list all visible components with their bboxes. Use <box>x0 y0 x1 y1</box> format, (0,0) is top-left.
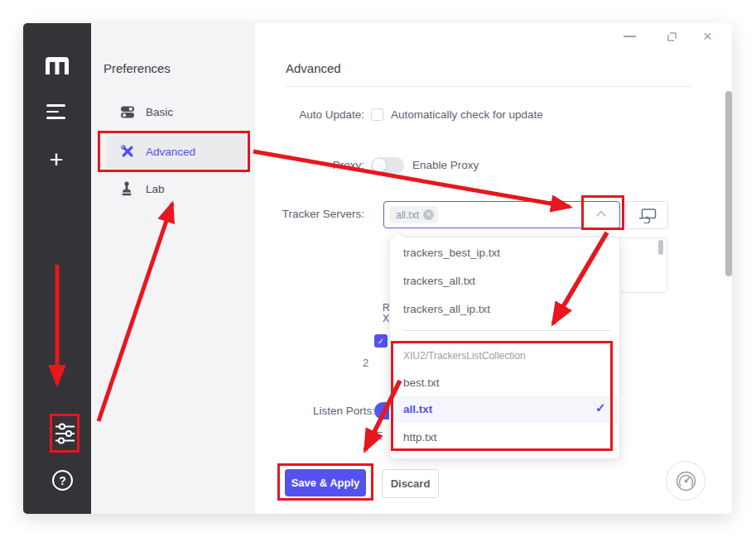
discard-button[interactable]: Discard <box>382 469 439 498</box>
sync-screen-icon <box>638 209 657 223</box>
sidebar-item-lab[interactable]: Lab <box>120 181 165 196</box>
tracker-tag-label: all.txt <box>396 209 419 221</box>
toggle-knob <box>373 159 386 172</box>
listen-ports-label: Listen Ports: <box>313 405 375 417</box>
dropdown-item[interactable]: trackers_all_ip.txt <box>403 303 490 315</box>
sync-trackers-button[interactable] <box>625 201 668 229</box>
clipped-label-e: E <box>375 429 383 442</box>
page-title: Advanced <box>286 61 341 75</box>
title-divider <box>286 86 691 87</box>
lab-stamp-icon <box>120 181 133 196</box>
tag-remove-icon[interactable]: × <box>423 209 434 220</box>
proxy-label: Proxy: <box>333 159 364 171</box>
annotation-box-settings-icon <box>50 414 79 453</box>
tracker-tag: all.txt × <box>389 206 438 223</box>
auto-update-checkbox-label[interactable]: Automatically check for update <box>391 108 543 121</box>
preferences-panel <box>91 23 255 514</box>
add-task-icon[interactable]: + <box>46 147 66 172</box>
motrix-logo <box>45 56 70 74</box>
speedometer-icon <box>675 470 697 492</box>
dropdown-item[interactable]: trackers_best_ip.txt <box>403 247 500 259</box>
dropdown-item[interactable]: trackers_all.txt <box>403 275 475 287</box>
dropdown-group-divider <box>404 330 610 331</box>
auto-update-checkbox[interactable] <box>371 108 383 121</box>
textarea-scrollbar[interactable] <box>658 240 663 255</box>
annotation-box-advanced-tab <box>98 131 250 172</box>
speed-limit-button[interactable] <box>666 461 705 501</box>
tracker-servers-label: Tracker Servers: <box>282 208 364 220</box>
proxy-toggle[interactable] <box>371 157 404 174</box>
clipped-timestamp: 2 <box>363 357 368 369</box>
annotation-box-tracker-group <box>391 341 613 451</box>
hidden-checkbox-checked[interactable]: ✓ <box>374 334 388 348</box>
toggles-icon <box>120 104 135 119</box>
help-icon[interactable]: ? <box>52 470 73 491</box>
proxy-toggle-label: Enable Proxy <box>412 159 479 171</box>
maximize-button[interactable] <box>667 31 677 42</box>
sidebar-item-basic[interactable]: Basic <box>120 104 173 119</box>
auto-update-label: Auto Update: <box>299 108 364 121</box>
minimize-button[interactable] <box>624 36 636 37</box>
preferences-title: Preferences <box>104 61 171 75</box>
close-button[interactable]: × <box>703 27 712 46</box>
annotation-box-chevron <box>581 195 624 230</box>
sidebar-item-label: Basic <box>146 106 173 118</box>
screenshot-root: × + ? Preferences Basic <box>0 0 756 537</box>
window-scrollbar[interactable] <box>725 91 732 276</box>
annotation-box-save-button <box>277 463 373 501</box>
sidebar-item-label: Lab <box>146 183 165 195</box>
task-list-icon[interactable] <box>46 104 65 119</box>
